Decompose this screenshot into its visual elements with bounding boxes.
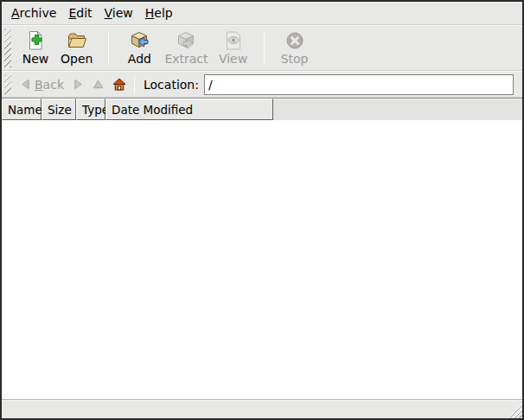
add-button[interactable]: Add [119, 28, 159, 69]
navbar-separator [134, 76, 135, 93]
location-bar: Back Location: [2, 71, 522, 98]
forward-button[interactable] [68, 76, 88, 92]
view-button[interactable]: View [214, 28, 253, 69]
menubar: Archive Edit View Help [2, 2, 522, 25]
stop-button[interactable]: Stop [275, 28, 315, 69]
back-arrow-icon [20, 79, 31, 90]
extract-icon [176, 30, 196, 51]
toolbar-drag-handle[interactable] [4, 29, 11, 67]
file-list[interactable] [2, 120, 522, 400]
stop-button-label: Stop [281, 52, 309, 66]
column-header-date-modified[interactable]: Date Modified [105, 99, 273, 120]
location-label: Location: [144, 78, 199, 92]
toolbar-separator [264, 32, 265, 65]
home-button[interactable] [108, 75, 131, 93]
location-input[interactable] [204, 74, 514, 95]
extract-button-label: Extract [164, 52, 208, 66]
column-header-filler [273, 99, 522, 120]
column-header-size[interactable]: Size [42, 99, 76, 120]
add-files-icon [129, 30, 150, 51]
up-arrow-icon [93, 79, 104, 90]
archive-manager-window: Archive Edit View Help New [0, 0, 524, 420]
main-toolbar: New Open Add [2, 25, 522, 71]
column-header-name[interactable]: Name [2, 99, 42, 120]
view-file-icon [223, 30, 244, 51]
menu-archive[interactable]: Archive [5, 3, 62, 23]
new-button-label: New [22, 52, 49, 66]
statusbar [2, 400, 522, 418]
open-archive-icon [67, 30, 87, 51]
open-button-label: Open [61, 52, 93, 66]
back-button-label: Back [35, 78, 64, 92]
column-header-type[interactable]: Type [76, 99, 105, 120]
add-button-label: Add [128, 52, 151, 66]
extract-button[interactable]: Extract [159, 28, 213, 69]
home-icon [112, 78, 126, 91]
file-list-header: Name Size Type Date Modified [2, 98, 522, 120]
menu-view[interactable]: View [99, 3, 139, 23]
forward-arrow-icon [73, 79, 84, 90]
new-button[interactable]: New [16, 28, 55, 69]
up-button[interactable] [88, 76, 108, 92]
open-button[interactable]: Open [55, 28, 98, 69]
new-archive-icon [25, 30, 46, 51]
back-button[interactable]: Back [16, 75, 68, 94]
toolbar-separator [108, 32, 109, 65]
menu-help[interactable]: Help [139, 3, 179, 23]
location-bar-drag-handle[interactable] [4, 74, 11, 94]
stop-icon [284, 30, 305, 51]
resize-grip[interactable] [508, 404, 522, 418]
menu-edit[interactable]: Edit [62, 3, 98, 23]
view-button-label: View [219, 52, 247, 66]
